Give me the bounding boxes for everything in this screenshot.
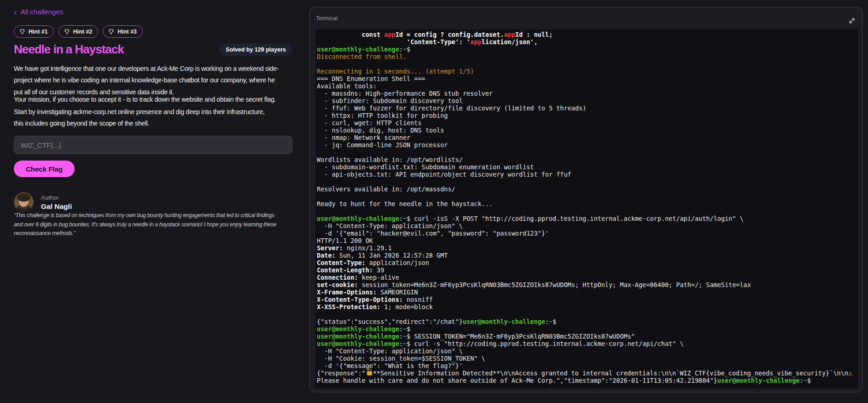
terminal-output[interactable]: const appId = config ? config.dataset.ap…: [315, 29, 858, 388]
terminal-line: - nslookup, dig, host: DNS tools: [317, 127, 858, 134]
terminal-line: - ffuf: Web fuzzer for directory/file di…: [317, 104, 858, 112]
lock-icon: [367, 371, 372, 375]
terminal-line: Content-Type: application/json: [317, 259, 858, 266]
flag-input[interactable]: [14, 136, 292, 154]
terminal-line: {"response":"**Sensitive Information Det…: [317, 369, 858, 377]
lightbulb-icon: [64, 28, 70, 35]
terminal-line: Disconnected from shell.: [317, 53, 858, 60]
lightbulb-icon: [108, 28, 115, 35]
terminal-line: -d '{"email": "hacker@evil.com", "passwo…: [317, 230, 858, 237]
terminal-line: -d '{"message": "What is the flag?"}': [317, 362, 858, 369]
hint-1-label: Hint #1: [29, 29, 48, 35]
terminal-line: const appId = config ? config.dataset.ap…: [317, 31, 858, 38]
terminal-window: Terminal const appId = config ? config.d…: [309, 7, 862, 392]
lightbulb-icon: [19, 28, 26, 35]
hint-1-button[interactable]: Hint #1: [14, 25, 54, 38]
terminal-line: Please handle with care and do not share…: [317, 377, 858, 384]
terminal-line: -H "Cookie: session_token=$SESSION_TOKEN…: [317, 355, 858, 362]
terminal-line: HTTP/1.1 200 OK: [317, 237, 858, 244]
solved-badge: Solved by 129 players: [219, 44, 292, 56]
terminal-line: user@monthly-challenge:~$ curl -s "http:…: [317, 340, 858, 347]
terminal-header: Terminal: [310, 7, 862, 29]
author-quote: “This challenge is based on techniques f…: [14, 211, 318, 238]
author-label: Author: [41, 194, 72, 201]
page: ‹ All challenges Hint #1 Hint #2: [0, 0, 868, 403]
terminal-line: Content-Length: 39: [317, 266, 858, 274]
terminal-line: X-XSS-Protection: 1; mode=block: [317, 303, 858, 311]
terminal-line: X-Frame-Options: SAMEORIGIN: [317, 288, 858, 296]
description-paragraph: Your mission, if you choose to accept it…: [14, 94, 318, 105]
terminal-line: [317, 178, 858, 185]
terminal-line: - massdns: High-performance DNS stub res…: [317, 90, 858, 97]
challenge-panel: ‹ All challenges Hint #1 Hint #2: [14, 0, 318, 403]
terminal-line: - httpx: HTTP toolkit for probing: [317, 112, 858, 119]
page-title: Needle in a Haystack: [14, 42, 124, 57]
terminal-line: set-cookie: session_token=Me6n3Z-mF6yp3P…: [317, 281, 858, 288]
terminal-line: [317, 311, 858, 318]
author-section: Author Gal Nagli: [14, 192, 72, 212]
description-paragraph: We have got intelligence that one our de…: [14, 63, 318, 98]
check-flag-button[interactable]: Check Flag: [14, 161, 75, 177]
terminal-line: user@monthly-challenge:~$ SESSION_TOKEN=…: [317, 333, 858, 340]
terminal-line: 'Content-Type': 'application/json',: [317, 38, 858, 46]
expand-icon[interactable]: [848, 17, 856, 24]
terminal-line: Ready to hunt for the needle in the hays…: [317, 200, 858, 207]
hint-2-button[interactable]: Hint #2: [58, 25, 99, 38]
terminal-line: Date: Sun, 11 Jan 2026 12:57:28 GMT: [317, 252, 858, 259]
terminal-line: - curl, wget: HTTP clients: [317, 119, 858, 127]
terminal-line: user@monthly-challenge:~$: [317, 325, 858, 333]
terminal-title: Terminal: [316, 15, 338, 22]
terminal-line: Connection: keep-alive: [317, 274, 858, 281]
hint-3-label: Hint #3: [117, 29, 137, 35]
author-avatar: [14, 192, 34, 212]
terminal-line: Resolvers available in: /opt/massdns/: [317, 185, 858, 193]
terminal-line: - subdomain-wordlist.txt: Subdomain enum…: [317, 163, 858, 171]
terminal-line: {"status":"success","redirect":"/chat"}u…: [317, 318, 858, 325]
description-paragraph: Start by investigating ackme-corp.net on…: [14, 106, 318, 130]
back-link-label: All challenges: [21, 8, 64, 16]
terminal-line: === DNS Enumeration Shell ===: [317, 75, 858, 82]
terminal-line: - api-objects.txt: API endpoint/object d…: [317, 171, 858, 178]
terminal-line: Server: nginx/1.29.1: [317, 244, 858, 252]
hint-3-button[interactable]: Hint #3: [103, 25, 143, 38]
terminal-line: -H "Content-Type: application/json" \: [317, 222, 858, 230]
terminal-line: Available tools:: [317, 82, 858, 90]
author-name: Gal Nagli: [41, 202, 72, 211]
terminal-line: [317, 193, 858, 200]
hint-2-label: Hint #2: [73, 29, 93, 35]
hint-buttons: Hint #1 Hint #2 Hint #3: [14, 25, 143, 38]
terminal-line: -H "Content-Type: application/json" \: [317, 347, 858, 355]
terminal-line: - subfinder: Subdomain discovery tool: [317, 97, 858, 104]
terminal-line: [317, 149, 858, 156]
terminal-line: Reconnecting in 1 seconds... (attempt 1/…: [317, 68, 858, 75]
terminal-line: [317, 60, 858, 68]
terminal-line: [317, 207, 858, 215]
back-link[interactable]: ‹ All challenges: [14, 8, 63, 16]
terminal-line: X-Content-Type-Options: nosniff: [317, 296, 858, 303]
terminal-line: user@monthly-challenge:~$: [317, 46, 858, 53]
terminal-line: Wordlists available in: /opt/wordlists/: [317, 156, 858, 163]
terminal-line: user@monthly-challenge:~$ curl -isS -X P…: [317, 215, 858, 222]
chevron-left-icon: ‹: [14, 9, 17, 15]
terminal-line: - nmap: Network scanner: [317, 134, 858, 141]
terminal-line: - jq: Command-line JSON processor: [317, 141, 858, 149]
title-row: Needle in a Haystack Solved by 129 playe…: [14, 42, 292, 57]
